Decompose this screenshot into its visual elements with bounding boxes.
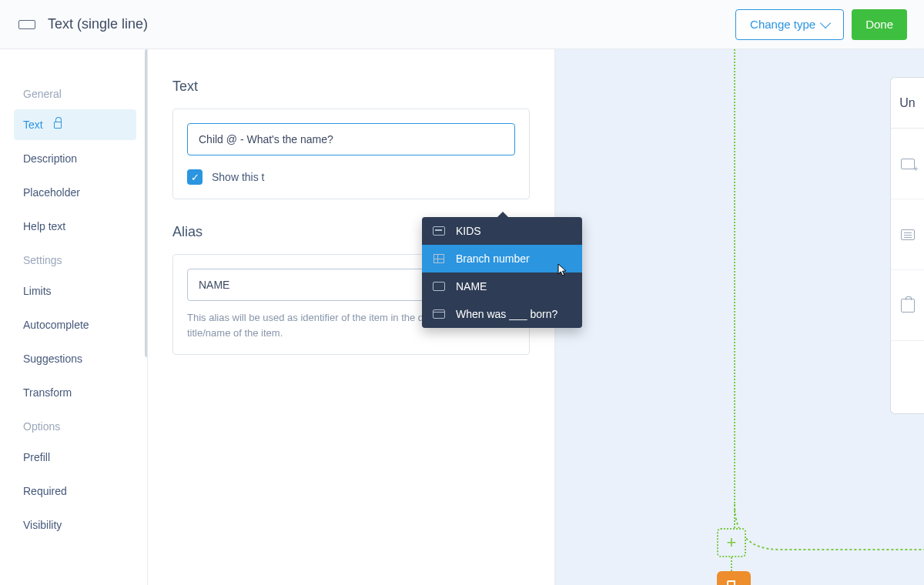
- block-palette-item[interactable]: [891, 270, 924, 341]
- list-icon: [901, 229, 915, 240]
- suggestion-label: KIDS: [456, 225, 481, 237]
- show-checkbox[interactable]: ✓: [187, 169, 203, 185]
- settings-sidebar: General Text Description Placeholder Hel…: [0, 49, 148, 585]
- show-checkbox-label: Show this t: [212, 171, 264, 183]
- text-field-icon: [18, 20, 35, 29]
- variable-suggestions-popover: KIDS Branch number NAME When was ___ bor…: [422, 217, 582, 328]
- question-text-input[interactable]: [187, 123, 515, 155]
- card-plus-icon: [901, 159, 915, 169]
- suggestion-label: When was ___ born?: [456, 308, 557, 320]
- form-pane: Text ✓ Show this t Alias This alias will…: [148, 49, 554, 585]
- flow-canvas[interactable]: + Un: [554, 49, 924, 585]
- nav-group-general: General: [23, 88, 136, 100]
- sidebar-item-text[interactable]: Text: [14, 109, 136, 140]
- page-icon: [727, 580, 741, 585]
- change-type-button[interactable]: Change type: [735, 9, 844, 40]
- calendar-icon: [433, 309, 445, 319]
- editor-header: Text (single line) Change type Done: [0, 0, 924, 49]
- nav-group-options: Options: [23, 420, 136, 433]
- sidebar-item-limits[interactable]: Limits: [14, 276, 136, 306]
- check-icon: ✓: [191, 172, 199, 183]
- blocks-panel-title: Un: [891, 78, 924, 129]
- block-palette-item[interactable]: [891, 129, 924, 199]
- add-block-button[interactable]: +: [717, 528, 746, 557]
- flow-connector-curve: [734, 503, 924, 560]
- number-icon: [433, 226, 445, 236]
- suggestion-branch-number[interactable]: Branch number: [422, 245, 582, 272]
- clipboard-icon: [901, 299, 915, 313]
- page-title: Text (single line): [48, 16, 148, 32]
- text-panel: ✓ Show this t: [172, 109, 530, 199]
- nav-group-settings: Settings: [23, 254, 136, 266]
- text-section-title: Text: [172, 79, 530, 95]
- suggestion-label: NAME: [456, 280, 487, 292]
- text-icon: [433, 281, 445, 292]
- block-palette-item[interactable]: [891, 199, 924, 270]
- sidebar-item-help-text[interactable]: Help text: [14, 211, 136, 242]
- sidebar-item-placeholder[interactable]: Placeholder: [14, 177, 136, 208]
- suggestion-born[interactable]: When was ___ born?: [422, 300, 582, 328]
- done-button[interactable]: Done: [852, 9, 907, 40]
- lock-icon: [54, 122, 62, 129]
- sidebar-item-transform[interactable]: Transform: [14, 377, 136, 408]
- chevron-down-icon: [820, 17, 831, 28]
- sidebar-item-description[interactable]: Description: [14, 143, 136, 174]
- suggestion-label: Branch number: [456, 252, 530, 265]
- sidebar-item-suggestions[interactable]: Suggestions: [14, 343, 136, 374]
- sidebar-item-label: Text: [23, 119, 43, 131]
- flow-connector-short: [731, 557, 732, 571]
- change-type-label: Change type: [750, 18, 815, 31]
- flow-connector-vertical: [734, 49, 735, 531]
- form-block-node[interactable]: [717, 571, 751, 585]
- suggestion-kids[interactable]: KIDS: [422, 217, 582, 245]
- header-title-wrap: Text (single line): [18, 16, 735, 32]
- blocks-panel: Un: [890, 77, 924, 414]
- show-this-row: ✓ Show this t: [187, 169, 515, 185]
- sidebar-item-prefill[interactable]: Prefill: [14, 442, 136, 473]
- grid-icon: [433, 253, 445, 264]
- sidebar-item-required[interactable]: Required: [14, 476, 136, 506]
- suggestion-name[interactable]: NAME: [422, 272, 582, 300]
- header-actions: Change type Done: [735, 9, 907, 40]
- sidebar-item-visibility[interactable]: Visibility: [14, 510, 136, 540]
- sidebar-item-autocomplete[interactable]: Autocomplete: [14, 309, 136, 340]
